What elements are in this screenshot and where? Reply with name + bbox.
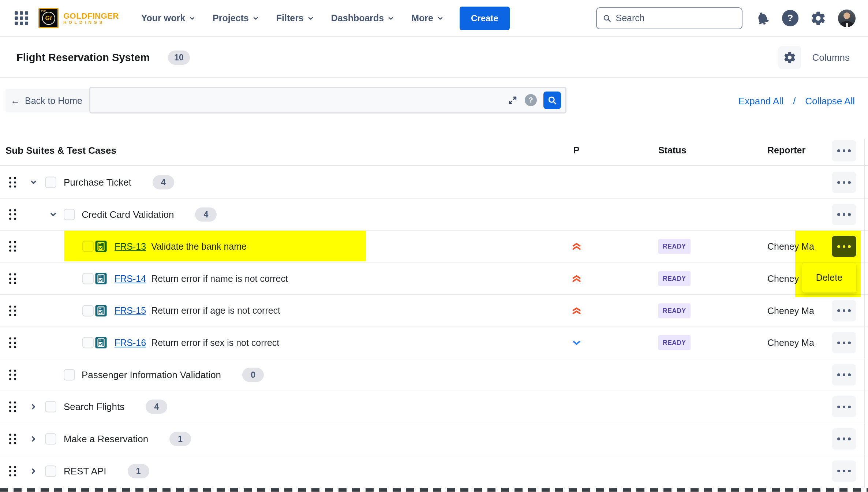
row-actions-button[interactable] bbox=[832, 204, 856, 225]
expand-diagonal-icon[interactable] bbox=[507, 95, 518, 106]
chevron-down-icon bbox=[188, 15, 196, 22]
drag-handle[interactable] bbox=[9, 241, 16, 252]
column-header-status: Status bbox=[658, 145, 686, 156]
testcase-key-link[interactable]: FRS-15 bbox=[115, 305, 146, 316]
notifications-bell-icon[interactable] bbox=[753, 8, 772, 28]
suite-label: Search Flights bbox=[64, 401, 124, 413]
suite-row: REST API 1 bbox=[0, 455, 868, 487]
chevron-down-icon[interactable] bbox=[48, 209, 58, 219]
testcase-icon bbox=[95, 240, 107, 253]
filter-search-input[interactable] bbox=[95, 95, 501, 105]
drag-handle[interactable] bbox=[9, 466, 16, 476]
suite-label: Passenger Information Validation bbox=[82, 369, 221, 380]
primary-nav: Your workProjectsFiltersDashboardsMore bbox=[133, 7, 452, 30]
row-actions-button[interactable] bbox=[832, 300, 856, 321]
user-avatar[interactable] bbox=[838, 10, 856, 27]
status-badge: READY bbox=[658, 239, 691, 254]
collapse-all-link[interactable]: Collapse All bbox=[805, 96, 855, 107]
delete-menu-item[interactable]: Delete bbox=[816, 272, 842, 283]
nav-item-label: Dashboards bbox=[331, 13, 384, 23]
nav-item-dashboards[interactable]: Dashboards bbox=[323, 7, 403, 30]
global-search-box[interactable] bbox=[596, 7, 742, 29]
row-checkbox[interactable] bbox=[82, 273, 94, 284]
testcase-icon bbox=[95, 336, 107, 349]
row-checkbox[interactable] bbox=[45, 177, 56, 188]
filter-search-box[interactable]: ? bbox=[89, 87, 566, 113]
column-header-main: Sub Suites & Test Cases bbox=[5, 145, 116, 156]
drag-handle[interactable] bbox=[9, 338, 16, 348]
row-checkbox[interactable] bbox=[45, 401, 56, 413]
testcase-icon bbox=[95, 305, 107, 317]
suite-row: Make a Reservation 1 bbox=[0, 423, 868, 455]
status-badge: READY bbox=[658, 303, 691, 318]
chevron-down-icon bbox=[307, 15, 314, 22]
column-header-reporter: Reporter bbox=[767, 145, 805, 156]
chevron-down-icon bbox=[252, 15, 259, 22]
table-actions-button[interactable] bbox=[832, 140, 856, 161]
drag-handle[interactable] bbox=[9, 434, 16, 444]
chevron-down-icon[interactable] bbox=[29, 178, 38, 187]
row-checkbox[interactable] bbox=[82, 241, 94, 252]
priority-highest-icon bbox=[571, 305, 582, 316]
drag-handle[interactable] bbox=[9, 369, 16, 380]
columns-settings-button[interactable] bbox=[778, 46, 801, 69]
reporter-name: Cheney Ma bbox=[767, 338, 814, 348]
chevron-right-icon[interactable] bbox=[29, 402, 38, 412]
count-badge: 4 bbox=[195, 207, 217, 221]
app-switcher-icon[interactable] bbox=[15, 11, 28, 25]
row-checkbox[interactable] bbox=[45, 465, 56, 477]
reporter-name: Cheney Ma bbox=[767, 305, 814, 316]
create-button[interactable]: Create bbox=[460, 7, 510, 30]
status-badge: READY bbox=[658, 335, 691, 350]
search-syntax-help-icon[interactable]: ? bbox=[525, 94, 537, 106]
row-checkbox[interactable] bbox=[82, 337, 94, 348]
row-actions-button[interactable] bbox=[832, 236, 856, 257]
settings-gear-icon[interactable] bbox=[810, 10, 826, 26]
drag-handle[interactable] bbox=[9, 305, 16, 316]
run-search-button[interactable] bbox=[543, 92, 561, 109]
testcase-key-link[interactable]: FRS-13 bbox=[115, 241, 146, 252]
testcase-row: FRS-16 Return error if sex is not correc… bbox=[0, 327, 868, 359]
row-actions-button[interactable] bbox=[832, 396, 856, 417]
row-actions-button[interactable] bbox=[832, 428, 856, 450]
drag-handle[interactable] bbox=[9, 273, 16, 284]
site-logo[interactable]: 7YF Gf GOLDFINGER HOLDINGS bbox=[38, 8, 119, 28]
status-badge: READY bbox=[658, 271, 691, 286]
row-checkbox[interactable] bbox=[64, 369, 75, 380]
drag-handle[interactable] bbox=[9, 177, 16, 188]
drag-handle[interactable] bbox=[9, 209, 16, 220]
nav-item-more[interactable]: More bbox=[403, 7, 452, 30]
row-checkbox[interactable] bbox=[64, 209, 75, 220]
gear-icon bbox=[783, 51, 796, 64]
testcase-summary: Return error if name is not correct bbox=[151, 273, 288, 284]
expand-all-link[interactable]: Expand All bbox=[738, 96, 783, 107]
divider-slash: / bbox=[793, 96, 796, 107]
nav-item-projects[interactable]: Projects bbox=[204, 7, 268, 30]
nav-item-your-work[interactable]: Your work bbox=[133, 7, 204, 30]
total-count-badge: 10 bbox=[168, 51, 190, 65]
testcase-key-link[interactable]: FRS-16 bbox=[115, 338, 146, 348]
row-actions-button[interactable] bbox=[832, 461, 856, 482]
global-search-input[interactable] bbox=[616, 13, 736, 23]
testcase-summary: Return error if sex is not correct bbox=[151, 338, 279, 348]
row-checkbox[interactable] bbox=[45, 433, 56, 445]
row-actions-button[interactable] bbox=[832, 172, 856, 193]
nav-item-filters[interactable]: Filters bbox=[268, 7, 323, 30]
chevron-right-icon[interactable] bbox=[29, 466, 38, 476]
columns-label[interactable]: Columns bbox=[812, 52, 850, 63]
help-icon[interactable]: ? bbox=[782, 10, 798, 26]
row-checkbox[interactable] bbox=[82, 305, 94, 316]
drag-handle[interactable] bbox=[9, 402, 16, 412]
priority-highest-icon bbox=[571, 273, 582, 284]
count-badge: 1 bbox=[169, 432, 191, 446]
chevron-right-icon[interactable] bbox=[29, 434, 38, 444]
reporter-name: Cheney Ma bbox=[767, 241, 814, 252]
logo-emblem: 7YF Gf bbox=[38, 8, 59, 28]
suite-label: REST API bbox=[64, 465, 106, 477]
row-actions-button[interactable] bbox=[832, 364, 856, 385]
row-actions-button[interactable] bbox=[832, 332, 856, 353]
suite-row: Passenger Information Validation 0 bbox=[0, 359, 868, 391]
testcase-key-link[interactable]: FRS-14 bbox=[115, 273, 146, 284]
bottom-dashed-divider bbox=[0, 488, 868, 492]
chevron-down-icon bbox=[387, 15, 394, 22]
